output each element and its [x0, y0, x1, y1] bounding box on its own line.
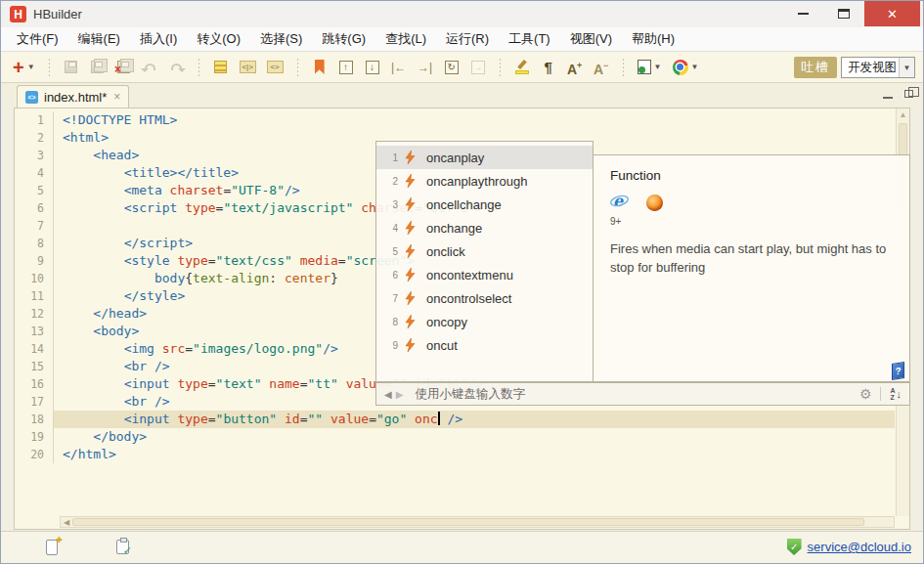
format-code-button[interactable]: [213, 58, 229, 77]
autocomplete-item[interactable]: 8oncopy: [376, 310, 593, 333]
next-position-button[interactable]: ↓: [365, 58, 380, 77]
toolbar-separator: [623, 59, 624, 76]
autocomplete-footer: ◀ ▶ 使用小键盘输入数字 ⚙ AZ↓: [375, 382, 910, 406]
item-label: onclick: [426, 244, 465, 259]
close-button[interactable]: ✕: [864, 1, 920, 26]
tab-close-icon[interactable]: ×: [113, 91, 120, 103]
tab-bar: <> index.html* ×: [1, 83, 923, 108]
code-line[interactable]: 1<!DOCTYPE HTML>: [15, 111, 895, 129]
tucao-button[interactable]: 吐槽: [794, 57, 837, 78]
jump-line-start-button[interactable]: |←: [391, 58, 407, 77]
clipboard-check-icon[interactable]: [116, 540, 129, 554]
menu-item[interactable]: 文件(F): [7, 27, 68, 51]
item-label: oncellchange: [426, 197, 502, 212]
autocomplete-item[interactable]: 1oncanplay: [376, 146, 593, 169]
line-number: 18: [15, 411, 54, 428]
font-decrease-button[interactable]: A−: [594, 58, 609, 77]
redo-button[interactable]: [169, 58, 185, 77]
line-number: 7: [15, 217, 54, 235]
code-line[interactable]: 19 </body>: [15, 428, 895, 446]
undo-button[interactable]: [143, 58, 158, 77]
menu-item[interactable]: 转义(O): [187, 27, 250, 51]
gear-icon[interactable]: ⚙: [859, 386, 872, 402]
menu-item[interactable]: 选择(S): [250, 27, 312, 51]
autocomplete-item[interactable]: 3oncellchange: [376, 193, 593, 216]
scroll-left-icon[interactable]: ◀: [61, 518, 72, 527]
previous-position-button[interactable]: ↑: [338, 58, 354, 77]
toolbar-separator: [49, 59, 50, 76]
minimize-button[interactable]: [782, 1, 823, 26]
chevron-down-icon[interactable]: ▼: [899, 58, 914, 77]
menu-item[interactable]: 视图(V): [560, 27, 622, 51]
font-increase-button[interactable]: A+: [567, 58, 583, 77]
save-button[interactable]: [64, 58, 79, 77]
autocomplete-item[interactable]: 6oncontextmenu: [376, 263, 593, 286]
next-page-icon[interactable]: ▶: [396, 389, 404, 400]
highlight-button[interactable]: [514, 58, 530, 77]
prev-page-icon[interactable]: ◀: [384, 389, 392, 400]
hbuilder-logo-icon: H: [10, 6, 26, 22]
jump-line-end-button[interactable]: →|: [418, 58, 433, 77]
menu-item[interactable]: 工具(T): [499, 27, 560, 51]
ie-version-support: 9+: [610, 216, 893, 227]
toolbar-separator: [297, 59, 298, 76]
item-label: oncanplay: [426, 151, 484, 165]
menu-item[interactable]: 运行(R): [436, 27, 499, 51]
run-on-device-button[interactable]: ▼: [638, 58, 662, 77]
window-title: HBuilder: [33, 7, 82, 22]
sort-az-icon[interactable]: AZ↓: [890, 387, 902, 401]
plus-icon: +: [13, 60, 24, 75]
format-icon: [214, 61, 227, 73]
menu-item[interactable]: 查找(L): [375, 27, 436, 51]
autocomplete-item[interactable]: 2oncanplaythrough: [376, 169, 593, 193]
pilcrow-icon: ¶: [544, 59, 551, 75]
line-number: 6: [15, 199, 54, 217]
red-x-icon: ×: [114, 63, 121, 76]
line-number: 4: [15, 164, 54, 182]
show-paragraph-button[interactable]: ¶: [541, 58, 556, 77]
menu-item[interactable]: 编辑(E): [68, 27, 130, 51]
menu-item[interactable]: 跳转(G): [312, 27, 375, 51]
code-line[interactable]: 20</html>: [15, 446, 895, 463]
tab-index-html[interactable]: <> index.html* ×: [17, 85, 129, 108]
pane-minimize-icon[interactable]: [883, 97, 893, 99]
horizontal-scrollbar[interactable]: ◀: [60, 516, 895, 528]
autocomplete-item[interactable]: 7oncontrolselect: [376, 286, 593, 310]
redo-icon: [171, 64, 182, 70]
autocomplete-item[interactable]: 4onchange: [376, 216, 593, 239]
toolbar-separator: [500, 59, 501, 76]
support-email-link[interactable]: service@dcloud.io: [808, 540, 911, 554]
scroll-up-icon[interactable]: ▲: [897, 110, 909, 119]
line-number: 12: [15, 305, 54, 323]
bookmark-button[interactable]: [312, 58, 328, 77]
view-mode-select[interactable]: 开发视图 ▼: [841, 57, 915, 78]
status-bar: ✓ service@dcloud.io: [1, 531, 923, 563]
toolbar: +▼ × <|> <> ↑ ↓ |← →| ↻ → ¶ A+ A− ▼ ▼ 吐槽…: [1, 52, 923, 83]
autocomplete-doc-panel: Function e 9+ Fires when media can start…: [593, 154, 910, 382]
refresh-doc-button[interactable]: ↻: [444, 58, 460, 77]
event-bolt-icon: [405, 197, 417, 211]
line-number: 10: [15, 270, 54, 287]
phone-add-icon[interactable]: [46, 540, 58, 555]
maximize-button[interactable]: [823, 1, 864, 26]
revert-save-button[interactable]: ×: [116, 58, 132, 77]
autocomplete-popup: 1oncanplay2oncanplaythrough3oncellchange…: [375, 141, 594, 382]
run-in-browser-button[interactable]: ▼: [673, 58, 699, 77]
event-bolt-icon: [405, 315, 417, 328]
autocomplete-item[interactable]: 5onclick: [376, 239, 593, 263]
save-all-button[interactable]: [90, 58, 106, 77]
box-arrow-up-icon: ↑: [339, 61, 353, 74]
edit-tag-button[interactable]: <|>: [240, 58, 256, 77]
menu-item[interactable]: 帮助(H): [622, 27, 684, 51]
new-file-menu-button[interactable]: +▼: [13, 58, 35, 77]
code-line[interactable]: 18 <input type="button" id="" value="go"…: [15, 411, 895, 428]
menu-item[interactable]: 插入(I): [130, 27, 187, 51]
title-bar: H HBuilder ✕: [1, 1, 923, 27]
autocomplete-item[interactable]: 9oncut: [376, 333, 593, 357]
wrap-tag-button[interactable]: <>: [267, 58, 284, 77]
forward-button[interactable]: →: [470, 58, 486, 77]
help-book-icon[interactable]: ?: [892, 362, 904, 380]
horizontal-scroll-thumb[interactable]: [72, 518, 864, 526]
svg-text:e: e: [613, 193, 624, 209]
pane-restore-icon[interactable]: [904, 90, 913, 98]
